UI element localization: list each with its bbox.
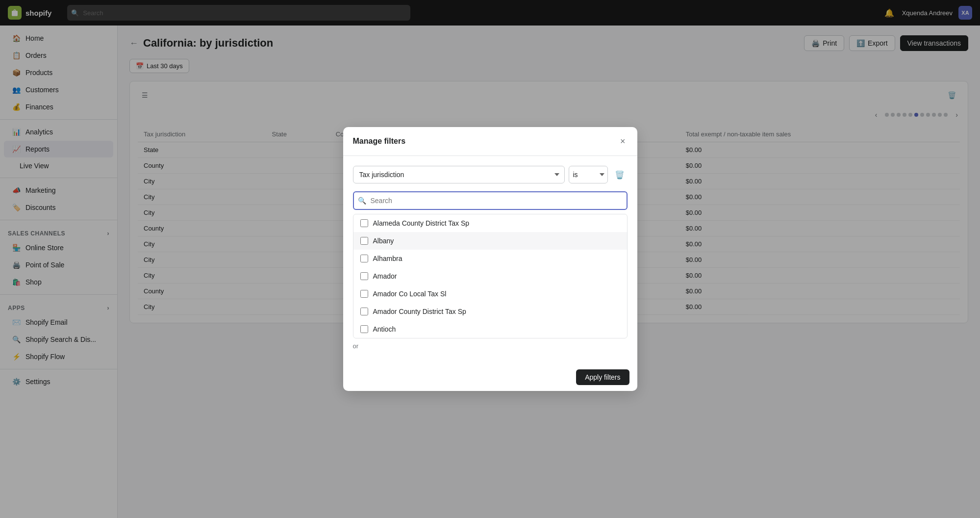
checkbox-amador-local[interactable] [360, 290, 368, 298]
option-label-amador-local: Amador Co Local Tax Sl [373, 290, 447, 298]
modal-title: Manage filters [353, 137, 406, 146]
apply-area: Apply filters [343, 363, 637, 391]
modal-body: Tax jurisdiction is 🗑️ 🔍 Alameda County … [343, 156, 637, 363]
search-icon-modal: 🔍 [358, 197, 366, 205]
trash-icon-filter: 🗑️ [615, 170, 625, 180]
checkbox-albany[interactable] [360, 237, 368, 245]
modal-header: Manage filters × [343, 127, 637, 156]
option-label-albany: Albany [373, 237, 394, 245]
filter-search-input[interactable] [353, 191, 628, 210]
modal-close-button[interactable]: × [618, 135, 628, 148]
apply-row: Apply filters [343, 363, 637, 391]
filter-option-item[interactable]: Albany [353, 232, 627, 250]
option-label-alhambra: Alhambra [373, 255, 402, 262]
or-label: or [353, 342, 359, 350]
filter-delete-button[interactable]: 🗑️ [612, 167, 628, 182]
modal-overlay[interactable]: Manage filters × Tax jurisdiction is 🗑️ … [0, 0, 980, 518]
filter-option-item[interactable]: Antioch [353, 320, 627, 338]
filter-option-item[interactable]: Amador [353, 267, 627, 285]
filter-option-item[interactable]: Alhambra [353, 250, 627, 267]
checkbox-antioch[interactable] [360, 325, 368, 333]
checkbox-alameda[interactable] [360, 219, 368, 227]
checkbox-amador[interactable] [360, 272, 368, 280]
apply-filters-button[interactable]: Apply filters [576, 369, 629, 385]
filter-option-item[interactable]: Amador Co Local Tax Sl [353, 285, 627, 303]
option-label-amador-district: Amador County District Tax Sp [373, 308, 466, 315]
option-label-amador: Amador [373, 272, 397, 280]
checkbox-alhambra[interactable] [360, 255, 368, 262]
manage-filters-modal: Manage filters × Tax jurisdiction is 🗑️ … [343, 127, 637, 391]
filter-row: Tax jurisdiction is 🗑️ [353, 166, 628, 183]
filter-options-list: Alameda County District Tax Sp Albany Al… [353, 214, 628, 338]
checkbox-amador-district[interactable] [360, 308, 368, 315]
filter-condition-select[interactable]: is [569, 166, 608, 183]
filter-option-item[interactable]: Alameda County District Tax Sp [353, 214, 627, 232]
option-label-antioch: Antioch [373, 325, 396, 333]
or-row: or [353, 342, 628, 350]
filter-field-select[interactable]: Tax jurisdiction [353, 166, 565, 183]
option-label-alameda: Alameda County District Tax Sp [373, 219, 470, 227]
filter-option-item[interactable]: Amador County District Tax Sp [353, 303, 627, 320]
search-input-wrap: 🔍 [353, 191, 628, 210]
